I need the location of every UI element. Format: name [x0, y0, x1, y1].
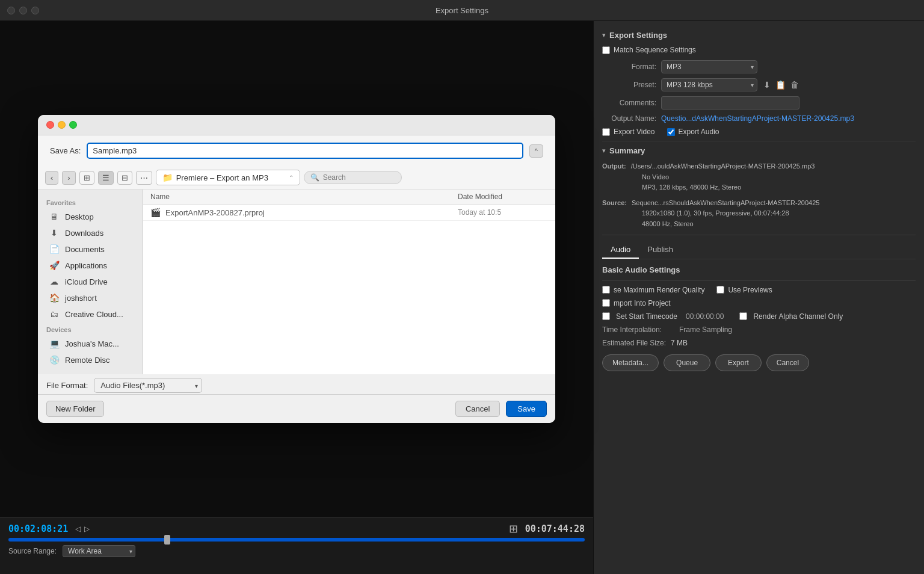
scrubber-handle[interactable]: [164, 535, 170, 545]
export-button[interactable]: Export: [715, 354, 762, 371]
search-box: 🔍: [304, 171, 402, 184]
render-alpha-checkbox[interactable]: [739, 312, 747, 320]
summary-section-header: ▾ Summary: [602, 146, 916, 155]
arrow-left-icon[interactable]: ◁: [75, 525, 81, 533]
location-text: Premiere – Export an MP3: [176, 173, 285, 182]
nav-back-button[interactable]: ‹: [45, 171, 58, 185]
dialog-close-button[interactable]: [46, 121, 54, 129]
app-title: Export Settings: [436, 6, 488, 15]
match-sequence-checkbox[interactable]: [602, 46, 610, 54]
view-more-button[interactable]: ⋯: [136, 171, 152, 185]
source-range-label: Source Range:: [8, 547, 57, 555]
import-label: mport Into Project: [614, 299, 671, 307]
preset-save-icon[interactable]: ⬇: [762, 79, 772, 91]
set-start-timecode-checkbox[interactable]: [602, 312, 610, 320]
metadata-button[interactable]: Metadata...: [602, 354, 659, 371]
dialog-maximize-button[interactable]: [69, 121, 77, 129]
right-panel: ▾ Export Settings Match Sequence Setting…: [593, 21, 924, 574]
app-traffic-lights: [7, 7, 39, 14]
search-input[interactable]: [323, 173, 395, 182]
save-as-label: Save As:: [50, 146, 81, 155]
view-columns-button[interactable]: ⊟: [117, 171, 132, 185]
sidebar-item-label-joshua-mac: Joshua's Mac...: [65, 339, 119, 348]
output-name-link[interactable]: Questio...dAskWhenStartingAProject-MASTE…: [661, 114, 854, 123]
app-minimize-button[interactable]: [19, 7, 27, 14]
documents-icon: 📄: [49, 244, 60, 254]
timeline-controls: 00:02:08:21 ◁ ▷ ⊞ 00:07:44:28: [0, 517, 593, 538]
app-maximize-button[interactable]: [31, 7, 39, 14]
dialog-save-button[interactable]: Save: [506, 401, 547, 417]
arrow-right-icon[interactable]: ▷: [84, 525, 90, 533]
preset-delete-icon[interactable]: 🗑: [789, 79, 800, 91]
scrubber-bar[interactable]: [8, 538, 585, 542]
use-max-render-checkbox[interactable]: [602, 286, 610, 294]
downloads-icon: ⬇: [49, 228, 60, 238]
preset-new-icon[interactable]: 📋: [774, 79, 787, 91]
dialog-minimize-button[interactable]: [58, 121, 66, 129]
export-settings-section: ▾ Export Settings: [602, 31, 916, 40]
format-select[interactable]: MP3: [661, 60, 757, 73]
current-time: 00:02:08:21: [8, 523, 68, 534]
dialog-cancel-button[interactable]: Cancel: [455, 401, 500, 417]
file-icon: 🎬: [150, 208, 161, 217]
location-chevron-icon: ⌃: [289, 174, 294, 181]
sidebar-item-joshua-mac[interactable]: 💻 Joshua's Mac...: [40, 336, 140, 351]
tab-audio[interactable]: Audio: [602, 241, 639, 259]
sidebar-item-downloads[interactable]: ⬇ Downloads: [40, 225, 140, 241]
tab-publish[interactable]: Publish: [639, 241, 682, 259]
dialog-traffic-lights: [46, 121, 77, 129]
sidebar-item-label-icloud: iCloud Drive: [65, 277, 108, 286]
render-options-row: se Maximum Render Quality Use Previews: [602, 286, 916, 294]
use-previews-checkbox[interactable]: [716, 286, 724, 294]
location-dropdown[interactable]: 📁 Premiere – Export an MP3 ⌃: [156, 170, 300, 185]
remote-disc-icon: 💿: [49, 355, 60, 365]
desktop-icon: 🖥: [49, 212, 60, 221]
col-name-header: Name: [150, 193, 458, 201]
sidebar-item-icloud[interactable]: ☁ iCloud Drive: [40, 274, 140, 289]
save-as-chevron-button[interactable]: ^: [529, 144, 543, 158]
export-video-checkbox[interactable]: [602, 128, 610, 136]
match-sequence-label: Match Sequence Settings: [614, 46, 696, 54]
sidebar-item-documents[interactable]: 📄 Documents: [40, 241, 140, 257]
export-settings-title: Export Settings: [609, 31, 667, 40]
queue-button[interactable]: Queue: [664, 354, 710, 371]
view-icons-button[interactable]: ⊞: [79, 171, 94, 185]
dialog-body: Favorites 🖥 Desktop ⬇ Downloads 📄 Docume…: [38, 190, 555, 374]
timecode-value: 00:00:00:00: [686, 312, 724, 321]
output-summary-row: Output: /Users/...ouldAskWhenStartingAPr…: [602, 161, 916, 172]
new-folder-button[interactable]: New Folder: [46, 401, 104, 417]
sidebar-item-desktop[interactable]: 🖥 Desktop: [40, 209, 140, 224]
file-format-select[interactable]: Audio Files(*.mp3) All Files: [94, 378, 202, 393]
table-row[interactable]: 🎬 ExportAnMP3-200827.prproj Today at 10:…: [143, 205, 555, 221]
preset-icons: ⬇ 📋 🗑: [762, 79, 800, 91]
filesize-label: Estimated File Size:: [602, 339, 666, 347]
preset-select[interactable]: MP3 128 kbps: [661, 78, 757, 91]
bottom-buttons: Metadata... Queue Export Cancel: [602, 354, 916, 377]
source-summary-group: Source: Sequenc...rsShouldAskWhenStartin…: [602, 198, 916, 230]
sidebar-item-applications[interactable]: 🚀 Applications: [40, 258, 140, 273]
save-as-input[interactable]: [87, 143, 523, 159]
sidebar-item-creative-cloud[interactable]: 🗂 Creative Cloud...: [40, 306, 140, 322]
total-time: 00:07:44:28: [525, 523, 585, 534]
source-range-select[interactable]: Work Area Sequence In/Out Entire Sequenc…: [63, 545, 135, 557]
app-close-button[interactable]: [7, 7, 15, 14]
cancel-button[interactable]: Cancel: [766, 354, 809, 371]
export-audio-checkbox[interactable]: [667, 128, 675, 136]
view-list-button[interactable]: ☰: [98, 171, 114, 185]
import-row: mport Into Project: [602, 299, 916, 307]
sidebar-item-label-creative-cloud: Creative Cloud...: [65, 310, 123, 319]
devices-label: Devices: [38, 322, 143, 335]
file-date: Today at 10:5: [458, 208, 548, 217]
app-titlebar: Export Settings: [0, 0, 924, 21]
filesize-value: 7 MB: [671, 339, 688, 347]
sidebar-item-remote-disc[interactable]: 💿 Remote Disc: [40, 352, 140, 368]
timeline-extra-icon: ⊞: [509, 522, 518, 535]
nav-forward-button[interactable]: ›: [62, 171, 75, 185]
comments-input[interactable]: [661, 96, 799, 110]
sidebar-item-joshshort[interactable]: 🏠 joshshort: [40, 290, 140, 306]
sidebar-item-label-documents: Documents: [65, 245, 105, 254]
export-options-row: Export Video Export Audio: [602, 128, 916, 136]
export-audio-row: Export Audio: [667, 128, 719, 136]
source-summary-label: Source:: [602, 198, 627, 209]
import-checkbox[interactable]: [602, 299, 610, 307]
